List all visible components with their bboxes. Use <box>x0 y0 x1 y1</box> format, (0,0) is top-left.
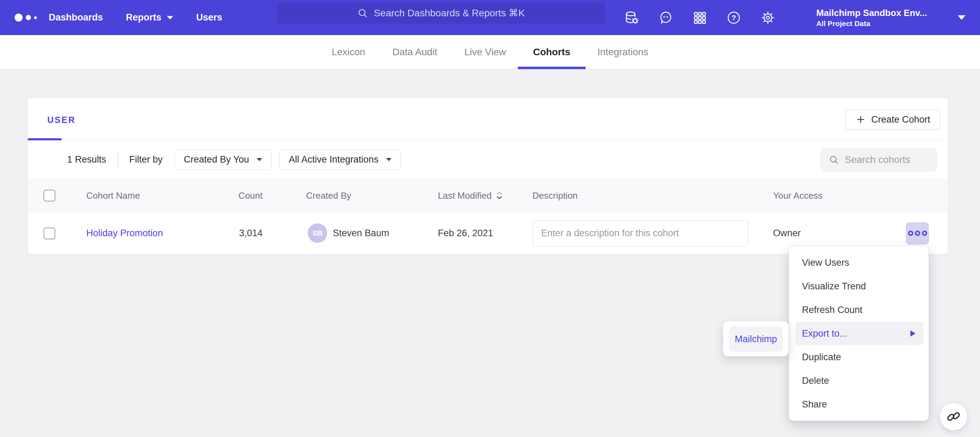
select-all-checkbox[interactable] <box>43 190 55 201</box>
results-count: 1 Results <box>67 154 107 165</box>
create-cohort-button[interactable]: Create Cohort <box>845 109 940 130</box>
nav-link-users[interactable]: Users <box>196 12 222 23</box>
tab-cohorts[interactable]: Cohorts <box>533 35 570 69</box>
menu-item-duplicate[interactable]: Duplicate <box>789 345 929 369</box>
search-cohorts-placeholder: Search cohorts <box>845 154 910 165</box>
column-header-last-modified[interactable]: Last Modified <box>438 179 503 212</box>
cohort-name-link[interactable]: Holiday Promotion <box>86 228 163 239</box>
column-header-created-by[interactable]: Created By <box>306 179 351 212</box>
row-checkbox[interactable] <box>43 228 55 239</box>
nav-link-label: Reports <box>126 12 161 23</box>
data-management-subnav: Lexicon Data Audit Live View Cohorts Int… <box>0 35 980 70</box>
global-search-placeholder: Search Dashboards & Reports ⌘K <box>374 7 525 19</box>
cohorts-filterbar: 1 Results Filter by Created By You All A… <box>28 140 948 179</box>
tab-user-cohorts[interactable]: USER <box>47 115 75 125</box>
sort-icon <box>496 192 503 200</box>
nav-link-dashboards[interactable]: Dashboards <box>49 12 103 23</box>
top-nav: Dashboards Reports Users Search Dashboar… <box>0 0 980 35</box>
settings-icon[interactable] <box>760 10 775 25</box>
cohorts-panel: USER Create Cohort 1 Results Filter by C… <box>27 98 948 254</box>
menu-item-visualize-trend[interactable]: Visualize Trend <box>789 274 929 298</box>
chevron-down-icon <box>257 158 262 161</box>
nav-link-label: Users <box>196 12 222 23</box>
nav-link-reports[interactable]: Reports <box>126 12 173 23</box>
cohorts-table-header: Cohort Name Count Created By Last Modifi… <box>28 179 948 212</box>
project-name: Mailchimp Sandbox Env... <box>816 7 927 19</box>
plus-icon <box>856 114 866 125</box>
nav-link-label: Dashboards <box>49 12 103 23</box>
column-header-label: Last Modified <box>438 190 492 201</box>
data-management-icon[interactable] <box>624 10 639 25</box>
column-header-cohort-name[interactable]: Cohort Name <box>86 179 140 212</box>
divider <box>118 152 118 168</box>
search-icon <box>357 8 368 19</box>
chevron-down-icon <box>386 158 391 161</box>
menu-item-view-users[interactable]: View Users <box>789 251 929 274</box>
cohort-count: 3,014 <box>174 212 262 254</box>
column-header-description[interactable]: Description <box>533 179 578 212</box>
created-by-filter-value: Created By You <box>184 154 249 165</box>
column-header-your-access[interactable]: Your Access <box>773 179 822 212</box>
integrations-filter-dropdown[interactable]: All Active Integrations <box>279 150 401 170</box>
tab-lexicon[interactable]: Lexicon <box>332 35 366 69</box>
global-search-input[interactable]: Search Dashboards & Reports ⌘K <box>277 2 605 24</box>
description-input[interactable] <box>533 220 748 247</box>
export-submenu: Mailchimp <box>723 321 789 356</box>
last-modified-date: Feb 26, 2021 <box>438 212 493 254</box>
mixpanel-dots-logo[interactable] <box>14 14 49 22</box>
chevron-down-icon <box>167 16 173 19</box>
chevron-right-icon <box>910 330 915 337</box>
cohort-context-menu: View Users Visualize Trend Refresh Count… <box>789 246 929 421</box>
search-icon <box>829 155 839 165</box>
menu-item-share[interactable]: Share <box>789 393 929 416</box>
project-selector[interactable]: Mailchimp Sandbox Env... All Project Dat… <box>816 7 927 28</box>
link-icon <box>947 410 961 423</box>
tab-integrations[interactable]: Integrations <box>597 35 648 69</box>
tab-data-audit[interactable]: Data Audit <box>392 35 437 69</box>
created-by-filter-dropdown[interactable]: Created By You <box>175 150 272 170</box>
create-cohort-label: Create Cohort <box>871 114 930 125</box>
chevron-down-icon[interactable] <box>958 15 966 20</box>
submenu-item-mailchimp[interactable]: Mailchimp <box>729 326 783 352</box>
search-cohorts-input[interactable]: Search cohorts <box>820 148 937 172</box>
menu-item-delete[interactable]: Delete <box>789 369 929 393</box>
copy-link-button[interactable] <box>940 402 967 431</box>
integrations-filter-value: All Active Integrations <box>289 154 379 165</box>
menu-item-refresh-count[interactable]: Refresh Count <box>789 298 929 322</box>
more-options-icon <box>908 231 913 236</box>
apps-grid-icon[interactable] <box>692 10 707 25</box>
menu-item-export-to[interactable]: Export to... <box>795 322 923 345</box>
created-by-name: Steven Baum <box>333 212 389 254</box>
project-scope: All Project Data <box>816 19 927 28</box>
svg-text:?: ? <box>732 14 736 22</box>
help-icon[interactable]: ? <box>727 10 741 25</box>
menu-item-label: Export to... <box>802 322 848 345</box>
avatar: SB <box>308 223 327 243</box>
column-header-count[interactable]: Count <box>174 179 262 212</box>
tab-live-view[interactable]: Live View <box>464 35 506 69</box>
filter-by-label: Filter by <box>129 154 163 165</box>
feedback-icon[interactable] <box>658 10 673 25</box>
top-nav-right: ? Mailchimp Sandbox Env... All Project D… <box>624 7 966 28</box>
more-options-button[interactable] <box>906 222 929 245</box>
cohorts-tabbar: USER Create Cohort <box>28 98 948 140</box>
